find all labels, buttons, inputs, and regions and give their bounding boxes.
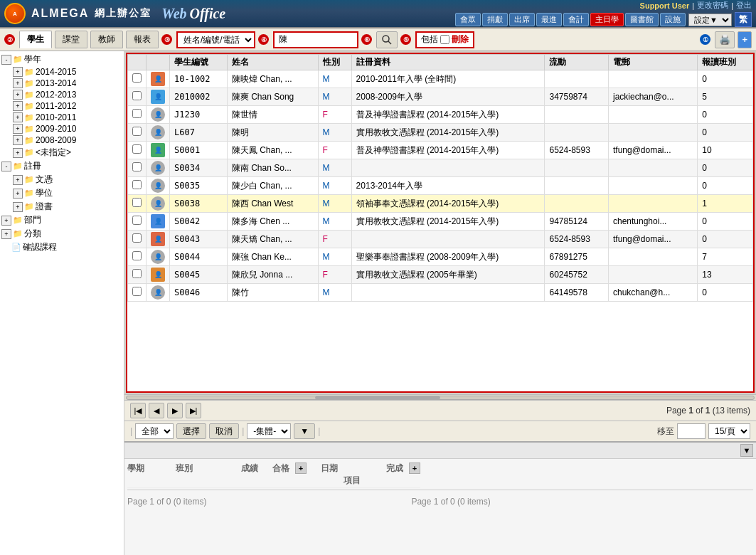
panel-collapse-button[interactable]: ▼ — [740, 444, 753, 457]
student-id-cell[interactable]: S0035 — [170, 177, 228, 195]
change-password-link[interactable]: 更改密碼 — [697, 0, 728, 11]
tab-class[interactable]: 課堂 — [55, 31, 87, 48]
expand-2011-2012[interactable]: + — [13, 101, 23, 111]
sidebar-item-category[interactable]: + 📁 分類 — [1, 227, 122, 240]
nav-library[interactable]: 圖書館 — [625, 13, 659, 26]
col-email[interactable]: 電郵 — [608, 55, 697, 70]
row-checkbox[interactable] — [132, 73, 142, 83]
sidebar-item-2012-2013[interactable]: + 📁 2012-2013 — [1, 89, 122, 100]
group-action-dropdown[interactable]: -集體- — [247, 423, 291, 439]
group-confirm-button[interactable]: ▼ — [294, 423, 315, 439]
expand-category[interactable]: + — [1, 229, 11, 239]
sidebar-item-confirm-course[interactable]: 📄 確認課程 — [1, 240, 122, 254]
col-name[interactable]: 姓名 — [227, 55, 318, 70]
tab-teacher[interactable]: 教師 — [90, 31, 123, 48]
search-filter-select[interactable]: 姓名/編號/電話 — [176, 31, 255, 48]
sidebar-item-2011-2012[interactable]: + 📁 2011-2012 — [1, 100, 122, 112]
student-name-cell[interactable]: 陳多海 Chen ... — [227, 213, 318, 231]
student-name-cell[interactable]: 陳明 — [227, 124, 318, 142]
col-gender[interactable]: 性別 — [318, 55, 351, 70]
next-page-button[interactable]: ▶ — [167, 403, 183, 418]
student-id-cell[interactable]: 10-1002 — [170, 70, 228, 88]
student-name-cell[interactable]: 陳少白 Chan, ... — [227, 177, 318, 195]
sidebar-item-2008-2009[interactable]: + 📁 2008-2009 — [1, 134, 122, 146]
col-mobile[interactable]: 流動 — [545, 55, 609, 70]
row-checkbox[interactable] — [132, 251, 142, 260]
prev-page-button[interactable]: ◀ — [149, 403, 164, 418]
row-checkbox[interactable] — [132, 269, 142, 278]
settings-dropdown[interactable]: 設定▼ — [688, 14, 732, 26]
row-checkbox[interactable] — [132, 91, 142, 100]
include-checkbox[interactable] — [440, 35, 449, 44]
student-id-cell[interactable]: S0038 — [170, 195, 228, 213]
nav-sheshi[interactable]: 設施 — [660, 13, 686, 26]
nav-zuijin[interactable]: 最進 — [536, 13, 562, 26]
student-name-cell[interactable]: 陳南 Chan So... — [227, 159, 318, 177]
select-button[interactable]: 選擇 — [176, 423, 206, 439]
sidebar-item-enrollment[interactable]: - 📁 註冊 — [1, 159, 122, 173]
tab-student[interactable]: 學生 — [19, 31, 52, 48]
search-button[interactable] — [376, 31, 398, 48]
expand-2009-2010[interactable]: + — [13, 124, 23, 134]
sidebar-item-2013-2014[interactable]: + 📁 2013-2014 — [1, 78, 122, 89]
row-checkbox[interactable] — [132, 287, 142, 296]
horizontal-scrollbar[interactable] — [124, 394, 756, 400]
row-checkbox[interactable] — [132, 109, 142, 118]
row-checkbox[interactable] — [132, 144, 142, 154]
row-checkbox[interactable] — [132, 233, 142, 243]
student-id-cell[interactable]: S0046 — [170, 284, 228, 302]
expand-degree[interactable]: + — [13, 189, 23, 199]
sidebar-item-degree[interactable]: + 📁 學位 — [1, 186, 122, 200]
sidebar-item-2009-2010[interactable]: + 📁 2009-2010 — [1, 123, 122, 134]
expand-2014-2015[interactable]: + — [13, 67, 23, 77]
expand-2008-2009[interactable]: + — [13, 135, 23, 145]
student-id-cell[interactable]: 2010002 — [170, 88, 228, 106]
col-student-id[interactable]: 學生編號 — [170, 55, 228, 70]
add-complete-button[interactable]: + — [409, 462, 420, 474]
student-name-cell[interactable]: 陳天鳳 Chan, ... — [227, 142, 318, 159]
row-checkbox[interactable] — [132, 216, 142, 225]
sidebar-item-department[interactable]: + 📁 部門 — [1, 213, 122, 227]
goto-input[interactable] — [677, 423, 706, 439]
student-id-cell[interactable]: L607 — [170, 124, 228, 142]
first-page-button[interactable]: |◀ — [130, 403, 146, 418]
search-input[interactable] — [273, 31, 358, 48]
student-name-cell[interactable]: 陳強 Chan Ke... — [227, 248, 318, 266]
last-page-button[interactable]: ▶| — [186, 403, 201, 418]
student-name-cell[interactable]: 陳世情 — [227, 106, 318, 124]
per-page-select[interactable]: 15/頁 — [708, 423, 750, 439]
student-id-cell[interactable]: S0044 — [170, 248, 228, 266]
student-id-cell[interactable]: S0001 — [170, 142, 228, 159]
expand-department[interactable]: + — [1, 216, 11, 226]
add-grade-button[interactable]: + — [295, 462, 307, 474]
select-all-dropdown[interactable]: 全部 — [135, 423, 174, 439]
student-id-cell[interactable]: J1230 — [170, 106, 228, 124]
student-name-cell[interactable]: 陳竹 — [227, 284, 318, 302]
add-button[interactable]: + — [738, 31, 752, 48]
student-id-cell[interactable]: S0042 — [170, 213, 228, 231]
nav-zhurxue[interactable]: 主日學 — [590, 13, 624, 26]
expand-academic-year[interactable]: - — [1, 55, 11, 65]
student-name-cell[interactable]: 陳爽 Chan Song — [227, 88, 318, 106]
row-checkbox[interactable] — [132, 127, 142, 136]
nav-huizhong[interactable]: 會眾 — [455, 13, 481, 26]
student-id-cell[interactable]: S0045 — [170, 266, 228, 284]
expand-clearance[interactable]: + — [13, 175, 23, 185]
delete-label[interactable]: 刪除 — [452, 33, 469, 46]
sidebar-item-2010-2011[interactable]: + 📁 2010-2011 — [1, 112, 122, 123]
sidebar-item-clearance[interactable]: + 📁 文憑 — [1, 173, 122, 186]
sidebar-item-unspecified[interactable]: + 📁 <未指定> — [1, 146, 122, 159]
expand-unspecified[interactable]: + — [13, 148, 23, 158]
tab-report[interactable]: 報表 — [126, 31, 159, 48]
student-id-cell[interactable]: S0034 — [170, 159, 228, 177]
student-id-cell[interactable]: S0043 — [170, 231, 228, 248]
row-checkbox[interactable] — [132, 198, 142, 207]
col-enrollment[interactable]: 註冊資料 — [351, 55, 545, 70]
print-button[interactable]: 🖨️ — [715, 31, 735, 48]
nav-kuaiji[interactable]: 會計 — [563, 13, 589, 26]
cancel-button[interactable]: 取消 — [209, 423, 239, 439]
sidebar-item-academic-year[interactable]: - 📁 學年 — [1, 53, 122, 66]
expand-2012-2013[interactable]: + — [13, 90, 23, 100]
student-name-cell[interactable]: 陳欣兒 Jonna ... — [227, 266, 318, 284]
expand-2010-2011[interactable]: + — [13, 112, 23, 122]
